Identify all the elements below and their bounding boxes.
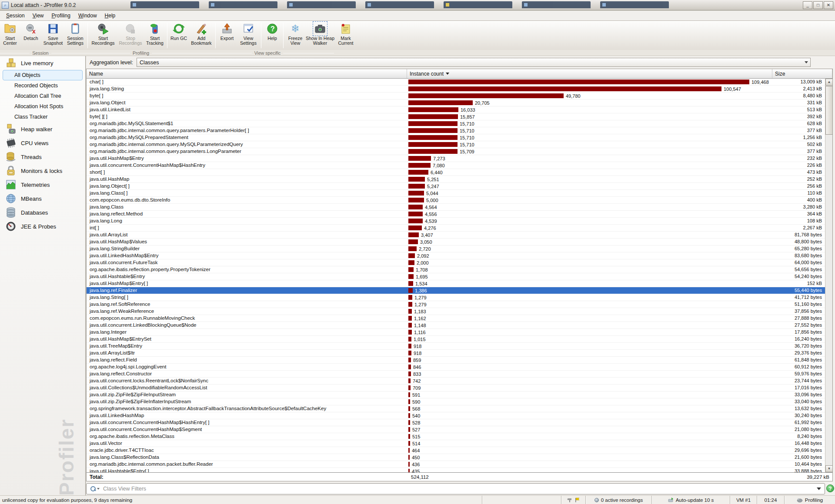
sidebar-item-allocation-call-tree[interactable]: Allocation Call Tree — [0, 91, 85, 101]
table-row[interactable]: java.util.concurrent.ConcurrentHashMap$H… — [87, 419, 825, 426]
column-header-size[interactable]: Size — [772, 69, 832, 78]
table-row[interactable]: int[ ]4,2762,267 kB — [87, 225, 825, 232]
menu-session[interactable]: Session — [3, 12, 28, 20]
table-row[interactable]: org.mariadb.jdbc.MySQLPreparedStatement1… — [87, 134, 825, 141]
table-row[interactable]: java.util.HashMap5,251252 kB — [87, 176, 825, 183]
table-row[interactable]: java.util.HashMap$EntrySet1,01516,240 by… — [87, 336, 825, 343]
flag-icon[interactable] — [574, 497, 580, 503]
export-button[interactable]: Export — [217, 21, 237, 50]
table-row[interactable]: java.util.TreeMap$Entry91836,720 bytes — [87, 343, 825, 350]
table-row[interactable]: java.util.Hashtable$Entry[ ]43533,888 by… — [87, 468, 825, 472]
table-row[interactable]: java.util.ArrayList$Itr91829,376 bytes — [87, 350, 825, 357]
table-row[interactable]: com.epopcon.eums.db.dto.StoreInfo5,00040… — [87, 197, 825, 204]
table-row[interactable]: java.util.concurrent.ConcurrentHashMap$S… — [87, 426, 825, 433]
table-row[interactable]: org.mariadb.jdbc.internal.common.query.p… — [87, 127, 825, 134]
menu-profiling[interactable]: Profiling — [48, 12, 74, 20]
table-row[interactable]: short[ ]6,440473 kB — [87, 169, 825, 176]
add-bookmark-button[interactable]: Add Bookmark — [189, 21, 214, 50]
table-row[interactable]: java.util.concurrent.FutureTask2,00064,0… — [87, 259, 825, 266]
table-row[interactable]: java.util.LinkedHashMap54030,240 bytes — [87, 412, 825, 419]
table-row[interactable]: com.epopcon.eums.run.RunnableMovingCheck… — [87, 315, 825, 322]
sidebar-item-live-memory[interactable]: Live memory — [0, 56, 85, 70]
filter-help-button[interactable]: ? — [826, 484, 834, 492]
sidebar-item-heap-walker[interactable]: Heap walker — [0, 122, 85, 136]
sidebar-item-all-objects[interactable]: All Objects — [3, 70, 83, 80]
aggregation-level-select[interactable]: Classes — [137, 58, 811, 67]
scrollbar-thumb[interactable] — [825, 86, 833, 135]
vertical-scrollbar[interactable]: ▲ ▼ — [825, 79, 832, 472]
table-row[interactable]: char[ ]109,46813,009 kB — [87, 79, 825, 86]
table-row[interactable]: byte[ ][ ]15,857392 kB — [87, 113, 825, 120]
table-row[interactable]: java.lang.String100,5472,413 kB — [87, 86, 825, 93]
menu-help[interactable]: Help — [101, 12, 119, 20]
scroll-up-button[interactable]: ▲ — [825, 79, 833, 86]
help-button[interactable]: ?Help — [263, 21, 282, 50]
minimize-button[interactable]: _ — [803, 1, 812, 9]
sidebar-item-allocation-hot-spots[interactable]: Allocation Hot Spots — [0, 101, 85, 112]
table-row[interactable]: byte[ ]49,7808,480 kB — [87, 93, 825, 99]
table-row[interactable]: java.lang.reflect.Field85961,848 bytes — [87, 357, 825, 364]
table-row[interactable]: java.lang.StringBuilder2,72065,280 bytes — [87, 245, 825, 252]
table-row[interactable]: java.lang.String[ ]1,27941,712 bytes — [87, 294, 825, 301]
maximize-button[interactable]: □ — [813, 1, 823, 9]
table-row[interactable]: java.util.HashMap$Entry7,273232 kB — [87, 155, 825, 162]
table-row[interactable]: org.apache.ibatis.reflection.property.Pr… — [87, 266, 825, 273]
sidebar-item-databases[interactable]: Databases — [0, 206, 85, 219]
sidebar-item-telemetries[interactable]: Telemetries — [0, 178, 85, 192]
table-row[interactable]: java.lang.reflect.Constructor83359,976 b… — [87, 371, 825, 378]
start-recordings-button[interactable]: Start Recordings — [89, 21, 117, 50]
table-row[interactable]: java.util.concurrent.LinkedBlockingQueue… — [87, 322, 825, 329]
table-row[interactable]: java.lang.Object[ ]5,247256 kB — [87, 183, 825, 190]
show-in-heap-walker-button[interactable]: Show In Heap Walker — [306, 21, 334, 50]
table-row[interactable]: org.mariadb.jdbc.MySQLStatement$115,7106… — [87, 120, 825, 127]
table-row[interactable]: java.lang.ref.SoftReference1,27951,160 b… — [87, 301, 825, 308]
sidebar-item-threads[interactable]: Threads — [0, 150, 85, 164]
close-button[interactable]: ✕ — [824, 1, 833, 9]
sidebar-item-monitors-locks[interactable]: Monitors & locks — [0, 164, 85, 178]
table-row[interactable]: java.lang.reflect.Method4,556364 kB — [87, 211, 825, 218]
sidebar-item-jee-probes[interactable]: JEE & Probes — [0, 219, 85, 233]
scroll-down-button[interactable]: ▼ — [825, 465, 833, 472]
table-row[interactable]: java.util.HashMap$Values3,05048,800 byte… — [87, 239, 825, 245]
start-center-button[interactable]: Start Center — [0, 21, 20, 50]
mark-current-button[interactable]: Mark Current — [334, 21, 357, 50]
table-row[interactable]: java.util.Vector51416,448 bytes — [87, 440, 825, 447]
column-header-name[interactable]: Name — [87, 69, 407, 78]
table-row[interactable]: org.mariadb.jdbc.internal.common.query.p… — [87, 148, 825, 155]
table-row[interactable]: java.util.LinkedList16,033513 kB — [87, 106, 825, 113]
menu-view[interactable]: View — [29, 12, 47, 20]
save-snapshot-button[interactable]: Save Snapshot — [42, 21, 64, 50]
table-row[interactable]: java.lang.Object20,705331 kB — [87, 99, 825, 106]
sidebar-item-recorded-objects[interactable]: Recorded Objects — [0, 80, 85, 91]
signpost-icon[interactable] — [567, 497, 572, 503]
table-row[interactable]: java.lang.Class4,5643,280 kB — [87, 204, 825, 211]
table-row[interactable]: java.util.HashMap$Entry[ ]1,534152 kB — [87, 280, 825, 287]
table-row[interactable]: java.lang.Class[ ]5,044110 kB — [87, 190, 825, 197]
table-row[interactable]: java.util.Hashtable$Entry1,69554,240 byt… — [87, 273, 825, 280]
status-auto-update[interactable]: Auto-update 10 s — [651, 496, 730, 504]
table-row[interactable]: java.lang.ref.WeakReference1,18337,856 b… — [87, 308, 825, 315]
table-row[interactable]: org.springframework.transaction.intercep… — [87, 405, 825, 412]
session-settings-button[interactable]: Session Settings — [64, 21, 86, 50]
filter-dropdown-icon[interactable] — [817, 487, 821, 490]
run-gc-button[interactable]: Run GC — [169, 21, 189, 50]
table-row[interactable]: java.lang.Integer1,11617,856 bytes — [87, 329, 825, 336]
table-row[interactable]: java.util.ArrayList3,40781,768 bytes — [87, 232, 825, 239]
table-row[interactable]: java.util.zip.ZipFile$ZipFileInputStream… — [87, 391, 825, 398]
menu-window[interactable]: Window — [75, 12, 100, 20]
detach-button[interactable]: xDetach — [20, 21, 42, 50]
start-tracking-button[interactable]: Start Tracking — [144, 21, 166, 50]
column-header-instance-count[interactable]: Instance count — [407, 69, 772, 78]
sidebar-item-mbeans[interactable]: MBeans — [0, 192, 85, 206]
table-row[interactable]: java.util.concurrent.locks.ReentrantLock… — [87, 378, 825, 385]
table-row[interactable]: java.util.zip.ZipFile$ZipFileInflaterInp… — [87, 398, 825, 405]
table-row[interactable]: org.apache.log4j.spi.LoggingEvent84660,9… — [87, 364, 825, 371]
sidebar-item-class-tracker[interactable]: Class Tracker — [0, 112, 85, 122]
view-settings-button[interactable]: View Settings — [237, 21, 260, 50]
table-row[interactable]: java.lang.ref.Finalizer1,38655,440 bytes — [87, 287, 825, 294]
table-row[interactable]: java.util.LinkedHashMap$Entry2,09283,680… — [87, 252, 825, 259]
class-view-filters-input[interactable]: Class View Filters — [86, 483, 825, 494]
table-row[interactable]: org.apache.ibatis.reflection.MetaClass51… — [87, 433, 825, 440]
table-row[interactable]: org.mariadb.jdbc.internal.common.packet.… — [87, 461, 825, 468]
freeze-view-button[interactable]: ❄Freeze View — [285, 21, 306, 50]
